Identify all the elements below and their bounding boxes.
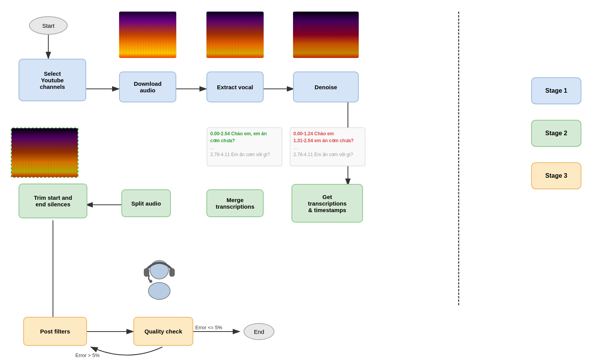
- quality-check-node: Quality check: [133, 317, 193, 346]
- svg-point-17: [149, 280, 152, 283]
- post-filters-label: Post filters: [40, 328, 70, 335]
- legend: Stage 1 Stage 2 Stage 3: [531, 77, 581, 189]
- transcript-right-dots: ...: [293, 144, 362, 151]
- get-transcriptions-label: Get transcriptions & timestamps: [308, 194, 346, 213]
- denoise-label: Denoise: [315, 84, 337, 90]
- transcript-right: 0.00-1.24 Chào em 1.31-2.54 em ăn cơm ch…: [290, 128, 365, 166]
- legend-stage3-label: Stage 3: [545, 172, 567, 179]
- legend-stage2: Stage 2: [531, 120, 581, 147]
- start-label: Start: [42, 22, 55, 29]
- select-youtube-node: Select Youtube channels: [19, 59, 86, 101]
- download-audio-node: Download audio: [119, 71, 176, 102]
- end-node: End: [244, 323, 274, 340]
- split-audio-node: Split audio: [121, 189, 171, 217]
- error-gt5-label: Error > 5%: [75, 352, 100, 358]
- transcript-left-dots: ...: [210, 144, 279, 151]
- legend-stage2-label: Stage 2: [545, 130, 567, 137]
- trim-silence-node: Trim start and end silences: [19, 184, 87, 218]
- transcript-left-green: 0.00-2.54 Chào em, em ăn cơm chưa?: [210, 130, 279, 144]
- merge-transcriptions-node: Merge transcriptions: [206, 189, 264, 217]
- spectrogram-1: [119, 12, 176, 58]
- trim-silence-label: Trim start and end silences: [34, 194, 72, 208]
- transcript-left-gray: 2.78-4.11 Em ăn cơm với gì?: [210, 151, 279, 158]
- legend-stage3: Stage 3: [531, 162, 581, 189]
- stage-divider: [458, 12, 459, 305]
- extract-vocal-label: Extract vocal: [217, 84, 253, 90]
- spectrogram-3: [293, 12, 359, 58]
- legend-stage1-label: Stage 1: [545, 87, 567, 94]
- svg-point-14: [148, 282, 170, 299]
- transcript-left: 0.00-2.54 Chào em, em ăn cơm chưa? ... 2…: [207, 128, 282, 166]
- legend-stage1: Stage 1: [531, 77, 581, 104]
- transcript-right-gray: 2.78-4.11 Em ăn cơm với gì?: [293, 151, 362, 158]
- svg-rect-16: [169, 268, 175, 277]
- select-youtube-label: Select Youtube channels: [40, 70, 65, 90]
- get-transcriptions-node: Get transcriptions & timestamps: [291, 184, 363, 223]
- denoise-node: Denoise: [293, 71, 359, 102]
- spectrogram-2: [206, 12, 264, 58]
- merge-transcriptions-label: Merge transcriptions: [216, 197, 254, 210]
- error-lte5-label: Error <= 5%: [195, 325, 222, 330]
- quality-check-label: Quality check: [145, 328, 182, 335]
- start-node: Start: [29, 16, 68, 35]
- spectrogram-trim: [11, 128, 78, 178]
- end-label: End: [254, 328, 264, 335]
- transcript-right-red: 0.00-1.24 Chào em 1.31-2.54 em ăn cơm ch…: [293, 130, 362, 144]
- svg-rect-15: [144, 268, 149, 277]
- download-audio-label: Download audio: [134, 80, 162, 94]
- split-audio-label: Split audio: [131, 200, 161, 207]
- person-icon: [140, 258, 179, 301]
- extract-vocal-node: Extract vocal: [206, 71, 264, 102]
- post-filters-node: Post filters: [23, 317, 87, 346]
